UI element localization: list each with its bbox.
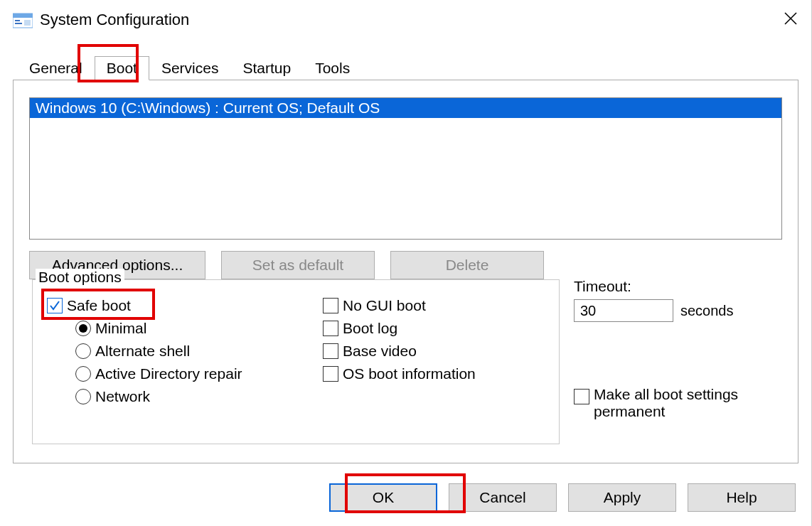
msconfig-icon	[13, 11, 33, 28]
dialog-buttons: OK Cancel Apply Help	[329, 483, 796, 512]
safe-boot-label: Safe boot	[67, 297, 131, 314]
ok-button[interactable]: OK	[329, 483, 437, 512]
boot-options-group: Boot options Safe boot Minimal Alternate…	[32, 279, 560, 444]
os-list[interactable]: Windows 10 (C:\Windows) : Current OS; De…	[29, 97, 782, 240]
make-permanent-label: Make all boot settings permanent	[594, 386, 787, 420]
timeout-input[interactable]	[574, 299, 673, 322]
radio-network-label: Network	[95, 388, 150, 405]
safe-boot-checkbox[interactable]: Safe boot	[47, 297, 242, 314]
radio-icon	[75, 389, 91, 404]
base-video-checkbox[interactable]: Base video	[323, 343, 476, 360]
no-gui-boot-label: No GUI boot	[343, 297, 426, 314]
window-title: System Configuration	[40, 11, 189, 29]
tab-startup[interactable]: Startup	[230, 56, 303, 80]
radio-minimal-label: Minimal	[95, 320, 146, 337]
checkbox-icon	[323, 321, 338, 336]
delete-button: Delete	[390, 251, 544, 279]
system-configuration-window: System Configuration General Boot Servic…	[0, 0, 812, 526]
close-icon	[784, 12, 797, 25]
timeout-block: Timeout: seconds	[574, 278, 734, 322]
set-as-default-button: Set as default	[221, 251, 375, 279]
radio-icon	[75, 366, 91, 382]
svg-rect-3	[15, 23, 22, 24]
make-permanent-checkbox[interactable]: Make all boot settings permanent	[574, 386, 787, 420]
radio-alt-shell-label: Alternate shell	[95, 343, 190, 360]
titlebar: System Configuration	[0, 0, 811, 33]
boot-options-right-column: No GUI boot Boot log Base video OS boot …	[323, 297, 476, 388]
radio-network[interactable]: Network	[75, 388, 242, 405]
tab-services[interactable]: Services	[149, 56, 231, 80]
svg-rect-4	[24, 20, 31, 26]
timeout-suffix: seconds	[680, 303, 734, 319]
no-gui-boot-checkbox[interactable]: No GUI boot	[323, 297, 476, 314]
help-button[interactable]: Help	[688, 483, 796, 512]
boot-options-left-column: Safe boot Minimal Alternate shell Active…	[47, 297, 242, 411]
timeout-label: Timeout:	[574, 278, 734, 295]
checkbox-icon	[47, 298, 63, 313]
radio-icon	[75, 343, 91, 359]
radio-ad-repair[interactable]: Active Directory repair	[75, 365, 242, 382]
cancel-button[interactable]: Cancel	[449, 483, 557, 512]
svg-rect-2	[15, 20, 20, 21]
boot-log-label: Boot log	[343, 320, 397, 337]
panel-button-row: Advanced options... Set as default Delet…	[29, 251, 782, 279]
tab-general[interactable]: General	[17, 56, 95, 80]
boot-log-checkbox[interactable]: Boot log	[323, 320, 476, 337]
boot-panel: Windows 10 (C:\Windows) : Current OS; De…	[13, 80, 798, 463]
apply-button[interactable]: Apply	[568, 483, 676, 512]
checkbox-icon	[323, 298, 338, 313]
radio-ad-repair-label: Active Directory repair	[95, 365, 242, 382]
tab-boot[interactable]: Boot	[95, 56, 149, 80]
radio-alternate-shell[interactable]: Alternate shell	[75, 343, 242, 360]
tabs-row: General Boot Services Startup Tools	[17, 54, 811, 80]
os-list-item[interactable]: Windows 10 (C:\Windows) : Current OS; De…	[30, 98, 781, 118]
checkbox-icon	[323, 343, 338, 359]
base-video-label: Base video	[343, 343, 417, 360]
os-boot-info-checkbox[interactable]: OS boot information	[323, 365, 476, 382]
checkbox-icon	[323, 366, 338, 382]
close-button[interactable]	[771, 4, 810, 33]
boot-options-legend: Boot options	[36, 269, 124, 286]
checkbox-icon	[574, 389, 589, 404]
tab-tools[interactable]: Tools	[303, 56, 362, 80]
os-boot-info-label: OS boot information	[343, 365, 476, 382]
radio-icon	[75, 321, 91, 336]
svg-rect-1	[13, 14, 33, 18]
radio-minimal[interactable]: Minimal	[75, 320, 242, 337]
